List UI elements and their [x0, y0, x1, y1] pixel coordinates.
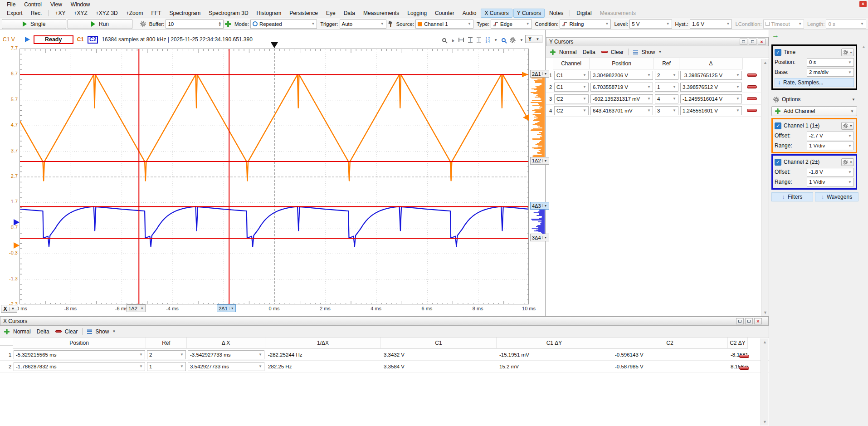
delta-select[interactable]: 3.398576512 V▼ — [680, 83, 742, 92]
channel-select[interactable]: C2▼ — [554, 106, 589, 115]
scale-channels-icon[interactable]: 1 23 4 — [485, 37, 490, 43]
menu-view[interactable]: View — [46, 0, 67, 9]
y-cursor-badge-2Δ1[interactable]: 2Δ1▼ — [530, 70, 549, 78]
scroll-up-icon[interactable]: ▲ — [761, 60, 769, 65]
delta-select[interactable]: -1.2455516014 V▼ — [680, 94, 742, 103]
fit-horizontal-icon[interactable] — [458, 38, 464, 42]
tab-spectrogram[interactable]: Spectrogram — [166, 9, 204, 18]
chevron-down-icon[interactable]: ▼ — [658, 50, 662, 54]
channel-select[interactable]: C1▼ — [554, 71, 589, 80]
tab-export[interactable]: Export — [3, 9, 26, 18]
y-cursors-title-bar[interactable]: Y Cursors × — [546, 37, 769, 46]
chevron-down-icon[interactable]: ▼ — [520, 38, 523, 42]
scroll-down-icon[interactable]: ▼ — [761, 420, 769, 424]
tab--xyz-3d[interactable]: +XYZ 3D — [92, 9, 122, 18]
delta-select[interactable]: -3.3985765125 V▼ — [680, 71, 742, 80]
search-icon[interactable] — [502, 38, 506, 42]
channel1-checkbox[interactable]: ✓ — [775, 122, 781, 129]
delta-select[interactable]: 1.245551601 V▼ — [680, 106, 742, 115]
single-button[interactable]: Single — [2, 19, 66, 29]
x-axis-button[interactable]: X▼ — [1, 305, 17, 313]
normal-button[interactable]: Normal — [13, 328, 31, 335]
tab--xy[interactable]: +XY — [51, 9, 69, 18]
spinner-arrows-icon[interactable]: ▲▼ — [218, 21, 221, 27]
tab-measurements[interactable]: Measurements — [596, 9, 639, 18]
add-acquisition-icon[interactable] — [225, 21, 231, 27]
wavegens-button[interactable]: ↓Wavegens — [815, 192, 858, 201]
tab-eye[interactable]: Eye — [322, 9, 339, 18]
tab--zoom[interactable]: +Zoom — [122, 9, 147, 18]
tab-digital[interactable]: Digital — [573, 9, 595, 18]
chevron-down-icon[interactable]: ▼ — [112, 329, 116, 333]
tab-spectrogram-3d[interactable]: Spectrogram 3D — [205, 9, 252, 18]
run-button[interactable]: Run — [68, 19, 132, 29]
remove-cursor-button[interactable] — [739, 367, 749, 370]
show-button[interactable]: Show — [95, 328, 109, 335]
channel1-offset-marker[interactable] — [14, 242, 20, 249]
buffer-spinner[interactable]: 10▲▼ — [166, 20, 224, 29]
channel2-gear-button[interactable]: ▼ — [841, 158, 854, 166]
channel-select[interactable]: C2▼ — [554, 94, 589, 103]
delta-x-select[interactable]: 3.542927733 ms▼ — [188, 362, 264, 371]
tab--xyz[interactable]: +XYZ — [70, 9, 91, 18]
ref-select[interactable]: 3▼ — [655, 106, 678, 115]
trigger-level-marker[interactable] — [523, 114, 529, 121]
position-select[interactable]: 3.304982206 V▼ — [590, 71, 653, 80]
position-select[interactable]: -602.135231317 mV▼ — [590, 94, 653, 103]
channel2-offset-select[interactable]: -1.8 V▼ — [807, 168, 854, 176]
options-row[interactable]: Options ▼ — [771, 94, 857, 104]
y-cursor-badge-4Δ3[interactable]: 4Δ3▼ — [530, 202, 549, 210]
trigger-select[interactable]: Auto▼ — [340, 20, 386, 29]
maximize-panel-icon[interactable] — [749, 39, 756, 45]
tab-notes[interactable]: Notes — [546, 9, 567, 18]
tab-persistence[interactable]: Persistence — [286, 9, 322, 18]
tab-measurements[interactable]: Measurements — [360, 9, 403, 18]
length-select[interactable]: 0 s▼ — [826, 20, 866, 29]
time-checkbox[interactable]: ✓ — [775, 49, 781, 56]
ref-select[interactable]: 2▼ — [655, 71, 678, 80]
channel2-tag[interactable]: C2 — [88, 36, 98, 44]
channel1-range-select[interactable]: 1 V/div▼ — [807, 142, 854, 150]
remove-cursor-button[interactable] — [747, 97, 757, 100]
remove-cursor-button[interactable] — [739, 355, 749, 358]
scroll-down-icon[interactable]: ▼ — [761, 310, 769, 315]
clear-button[interactable]: Clear — [65, 328, 78, 335]
tab-rec-[interactable]: Rec. — [27, 9, 46, 18]
tab-audio[interactable]: Audio — [459, 9, 480, 18]
ref-select[interactable]: 1▼ — [655, 83, 678, 92]
level-select[interactable]: 5 V▼ — [629, 20, 672, 29]
close-panel-icon[interactable]: × — [758, 39, 766, 45]
close-panel-icon[interactable]: × — [754, 318, 762, 324]
position-select[interactable]: -5.329215565 ms▼ — [14, 350, 145, 359]
maximize-panel-icon[interactable] — [745, 318, 753, 324]
ref-select[interactable]: 2▼ — [147, 350, 186, 359]
tab-y-cursors[interactable]: Y Cursors — [513, 9, 545, 18]
pointer-icon[interactable]: ▲ — [449, 37, 456, 43]
sidebar-scroll-up-icon[interactable]: ▲ — [860, 44, 868, 49]
ref-select[interactable]: 1▼ — [147, 362, 186, 371]
expand-arrow-icon[interactable]: → — [772, 31, 779, 39]
waveform-plot[interactable] — [20, 49, 529, 304]
x-cursors-scrollbar[interactable]: ▲ ▼ — [761, 338, 768, 426]
chevron-down-icon[interactable]: ▼ — [494, 38, 497, 42]
position-select[interactable]: 6.703558719 V▼ — [590, 83, 653, 92]
x-cursor-badge-1Δ2[interactable]: 1Δ2▼ — [127, 304, 146, 312]
time-position-select[interactable]: 0 s▼ — [807, 58, 854, 67]
scroll-up-icon[interactable]: ▲ — [761, 340, 769, 344]
menu-file[interactable]: File — [3, 0, 20, 9]
fit-ruler-icon[interactable] — [477, 37, 481, 43]
y-axis-button[interactable]: Y▼ — [525, 35, 542, 43]
channel2-checkbox[interactable]: ✓ — [775, 159, 781, 166]
type-select[interactable]: Edge▼ — [491, 20, 532, 29]
x-cursor-badge-2Δ1[interactable]: 2Δ1▼ — [217, 304, 236, 312]
rate-samples-button[interactable]: ↓Rate, Samples... — [775, 78, 854, 87]
channel2-trace[interactable] — [20, 206, 529, 247]
channel1-gear-button[interactable]: ▼ — [841, 122, 854, 130]
time-base-select[interactable]: 2 ms/div▼ — [807, 68, 854, 77]
zoom-region-icon[interactable] — [442, 38, 446, 42]
channel1-offset-select[interactable]: -2.7 V▼ — [807, 132, 854, 140]
tab-x-cursors[interactable]: X Cursors — [481, 9, 512, 18]
tab-counter[interactable]: Counter — [431, 9, 458, 18]
tab-data[interactable]: Data — [340, 9, 359, 18]
filters-button[interactable]: ↓Filters — [771, 192, 813, 201]
